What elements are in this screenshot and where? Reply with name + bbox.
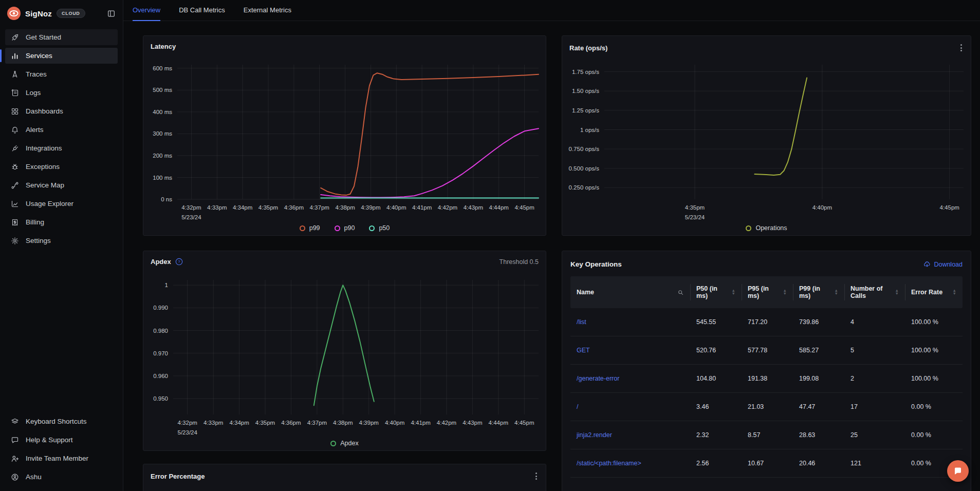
sidebar-item-label: Settings <box>26 237 51 244</box>
cell-p95: 717.20 <box>742 318 793 326</box>
svg-text:4:40pm: 4:40pm <box>385 420 404 426</box>
sort-icon: ▲▼ <box>732 289 735 296</box>
sidebar-item-service-map[interactable]: Service Map <box>5 177 118 193</box>
compass-icon <box>11 70 19 79</box>
sidebar-item-label: Billing <box>26 218 44 226</box>
svg-text:400 ms: 400 ms <box>153 109 172 115</box>
sidebar-item-label: Exceptions <box>26 163 60 171</box>
sidebar-item-label: Logs <box>26 89 41 97</box>
chat-launcher-button[interactable] <box>947 460 969 482</box>
sidebar-item-alerts[interactable]: Alerts <box>5 122 118 138</box>
cell-number-of-calls: 25 <box>844 431 905 439</box>
table-row: jinja2.render2.328.5728.63250.00 % <box>570 421 963 449</box>
operation-name-link[interactable]: /static/<path:filename> <box>570 460 690 467</box>
column-header-p95[interactable]: P95 (in ms) ▲▼ <box>742 276 793 308</box>
legend-label: Operations <box>755 224 787 232</box>
operation-name-link[interactable]: /generate-error <box>570 375 690 382</box>
column-header-p99[interactable]: P99 (in ms) ▲▼ <box>793 276 844 308</box>
sidebar-item-traces[interactable]: Traces <box>5 66 118 82</box>
svg-text:4:44pm: 4:44pm <box>489 420 508 426</box>
tab-label: Overview <box>133 6 160 14</box>
table-row: /static/<path:filename>2.5610.6720.46121… <box>570 449 963 478</box>
cell-p95: 191.38 <box>742 375 793 382</box>
svg-text:300 ms: 300 ms <box>153 130 172 137</box>
sidebar-item-get-started[interactable]: Get Started <box>5 29 118 45</box>
cell-number-of-calls: 17 <box>844 403 905 410</box>
table-header-row: Name P50 (in ms) ▲▼ P95 (in ms) ▲▼ P99 (… <box>570 276 963 308</box>
operation-name-link[interactable]: GET <box>570 347 690 354</box>
sidebar-item-label: Usage Explorer <box>26 200 73 207</box>
apdex-chart[interactable]: 4:32pm5/23/244:33pm4:34pm4:35pm4:36pm4:3… <box>150 275 542 444</box>
cell-p50: 3.46 <box>690 403 742 410</box>
panel-title: Key Operations <box>570 260 622 268</box>
svg-text:4:34pm: 4:34pm <box>233 204 252 211</box>
column-header-error-rate[interactable]: Error Rate ▲▼ <box>905 276 963 308</box>
svg-text:4:41pm: 4:41pm <box>412 204 432 211</box>
column-header-number-of-calls[interactable]: Number of Calls ▲▼ <box>844 276 905 308</box>
legend-item[interactable]: Operations <box>746 224 787 232</box>
svg-text:4:43pm: 4:43pm <box>463 420 482 426</box>
sidebar-item-exceptions[interactable]: Exceptions <box>5 159 118 175</box>
column-header-name[interactable]: Name <box>570 276 690 308</box>
sidebar-item-logs[interactable]: Logs <box>5 85 118 101</box>
svg-text:5/23/24: 5/23/24 <box>685 214 705 220</box>
latency-chart[interactable]: 4:32pm5/23/244:33pm4:34pm4:35pm4:36pm4:3… <box>150 60 542 229</box>
legend-item[interactable]: p50 <box>369 224 390 232</box>
sort-icon: ▲▼ <box>895 289 899 296</box>
svg-text:4:39pm: 4:39pm <box>361 204 380 211</box>
sort-icon: ▲▼ <box>783 289 787 296</box>
tab-external-metrics[interactable]: External Metrics <box>244 0 291 21</box>
svg-text:?: ? <box>178 259 180 264</box>
cell-p50: 2.56 <box>690 460 742 467</box>
svg-text:0.750 ops/s: 0.750 ops/s <box>569 146 600 152</box>
panel-title: Rate (ops/s) <box>569 44 607 52</box>
svg-text:1.50 ops/s: 1.50 ops/s <box>572 88 599 94</box>
sidebar-collapse-icon[interactable] <box>107 9 116 18</box>
sidebar-item-usage-explorer[interactable]: Usage Explorer <box>5 196 118 212</box>
tab-db-call-metrics[interactable]: DB Call Metrics <box>179 0 225 21</box>
kebab-menu-icon[interactable] <box>959 43 964 53</box>
legend-item[interactable]: p90 <box>335 224 355 232</box>
svg-text:4:42pm: 4:42pm <box>438 204 457 211</box>
sidebar-item-billing[interactable]: Billing <box>5 214 118 230</box>
legend-item[interactable]: Apdex <box>330 440 358 447</box>
latency-panel-header: Latency <box>143 36 546 50</box>
legend-label: Apdex <box>340 440 358 447</box>
bar-chart-icon <box>11 52 19 60</box>
help-icon[interactable]: ? <box>175 258 183 266</box>
column-header-p50[interactable]: P50 (in ms) ▲▼ <box>690 276 742 308</box>
sidebar-item-services[interactable]: Services <box>5 48 118 64</box>
tab-label: DB Call Metrics <box>179 6 225 14</box>
tab-overview[interactable]: Overview <box>133 0 160 21</box>
rate-chart[interactable]: 4:35pm5/23/244:40pm4:45pm1.75 ops/s1.50 … <box>568 60 967 229</box>
column-label: P95 (in ms) <box>748 285 780 299</box>
operation-name-link[interactable]: /list <box>570 318 690 326</box>
sidebar-item-invite-team-member[interactable]: Invite Team Member <box>5 450 118 466</box>
svg-text:200 ms: 200 ms <box>153 153 172 159</box>
svg-text:4:33pm: 4:33pm <box>207 204 227 211</box>
legend-label: p50 <box>379 224 390 232</box>
legend-marker-icon <box>335 225 340 231</box>
rate-panel-header: Rate (ops/s) <box>562 36 971 53</box>
sidebar-item-integrations[interactable]: Integrations <box>5 140 118 156</box>
sidebar-item-dashboards[interactable]: Dashboards <box>5 103 118 119</box>
sidebar-item-keyboard-shortcuts[interactable]: Keyboard Shortcuts <box>5 413 118 429</box>
svg-text:1.75 ops/s: 1.75 ops/s <box>572 69 599 75</box>
search-icon[interactable] <box>677 289 684 296</box>
rocket-icon <box>11 33 19 42</box>
cell-error-rate: 0.00 % <box>905 431 963 439</box>
svg-text:0.950: 0.950 <box>153 395 168 402</box>
legend-item[interactable]: p99 <box>300 224 320 232</box>
sidebar-item-user-account[interactable]: Ashu <box>5 469 118 485</box>
cell-p50: 520.76 <box>690 347 742 354</box>
download-button[interactable]: Download <box>923 261 963 268</box>
column-label: P50 (in ms) <box>696 285 729 299</box>
kebab-menu-icon[interactable] <box>534 471 539 481</box>
key-operations-panel: Key Operations Download Name P50 (in ms)… <box>562 251 971 491</box>
sidebar-item-settings[interactable]: Settings <box>5 233 118 249</box>
svg-text:0.960: 0.960 <box>153 373 168 379</box>
operation-name-link[interactable]: / <box>570 403 690 410</box>
sidebar-item-help-support[interactable]: Help & Support <box>5 432 118 448</box>
operation-name-link[interactable]: jinja2.render <box>570 431 690 439</box>
tab-bar: Overview DB Call Metrics External Metric… <box>123 0 980 21</box>
